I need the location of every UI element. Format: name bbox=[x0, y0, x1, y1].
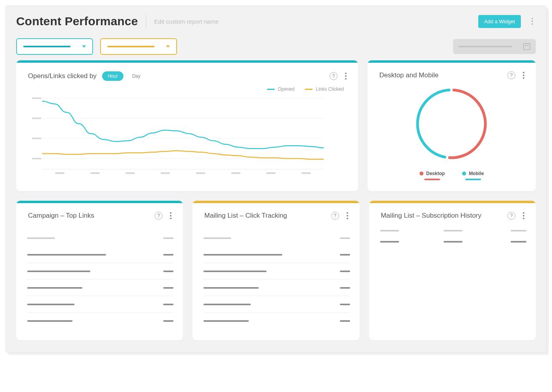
table-header-row bbox=[27, 230, 173, 246]
toggle-day[interactable]: Day bbox=[127, 71, 146, 81]
widget-opens-links: Opens/Links clicked by Hour Day ? Opened… bbox=[16, 60, 358, 191]
widget-title: Opens/Links clicked by bbox=[28, 72, 97, 80]
table-row[interactable] bbox=[380, 241, 526, 243]
legend-swatch bbox=[305, 89, 313, 90]
widget-title: Mailing List – Subscription History bbox=[381, 212, 481, 220]
page-header: Content Performance Edit custom report n… bbox=[16, 15, 536, 28]
toggle-hour[interactable]: Hour bbox=[102, 71, 123, 81]
click-tracking-list bbox=[192, 223, 359, 340]
svg-rect-13 bbox=[231, 172, 241, 174]
table-row[interactable] bbox=[27, 313, 173, 329]
page-title: Content Performance bbox=[16, 15, 138, 28]
filter-value-placeholder bbox=[107, 46, 155, 47]
report-frame: Content Performance Edit custom report n… bbox=[6, 6, 546, 353]
table-row[interactable] bbox=[27, 246, 173, 263]
svg-rect-11 bbox=[160, 172, 170, 174]
line-chart-legend: Opened Links Clicked bbox=[16, 84, 358, 93]
widget-more-menu[interactable] bbox=[168, 212, 173, 219]
table-row[interactable] bbox=[203, 296, 350, 313]
svg-rect-14 bbox=[266, 172, 276, 174]
help-icon[interactable]: ? bbox=[331, 212, 339, 220]
widget-subscription-history: Mailing List – Subscription History ? bbox=[369, 201, 536, 340]
legend-links-clicked: Links Clicked bbox=[305, 86, 344, 92]
help-icon[interactable]: ? bbox=[507, 212, 515, 220]
svg-rect-8 bbox=[55, 172, 65, 174]
table-row[interactable] bbox=[203, 246, 350, 263]
table-row[interactable] bbox=[27, 296, 173, 313]
svg-rect-10 bbox=[125, 172, 135, 174]
page-more-menu[interactable] bbox=[529, 16, 536, 27]
filter-value-placeholder bbox=[23, 46, 71, 47]
table-row[interactable] bbox=[203, 280, 350, 296]
top-links-list bbox=[16, 223, 183, 340]
legend-opened: Opened bbox=[267, 86, 295, 92]
chevron-down-icon bbox=[82, 45, 86, 48]
widget-more-menu[interactable] bbox=[345, 212, 350, 219]
table-row[interactable] bbox=[203, 313, 350, 329]
legend-underline bbox=[465, 179, 481, 180]
legend-mobile: Mobile bbox=[462, 171, 484, 180]
widget-more-menu[interactable] bbox=[521, 72, 526, 79]
filter-dropdown-secondary[interactable] bbox=[100, 38, 177, 55]
table-header-row bbox=[380, 230, 526, 231]
date-value-placeholder bbox=[459, 46, 512, 47]
widget-click-tracking: Mailing List – Click Tracking ? bbox=[192, 201, 359, 340]
widget-title: Desktop and Mobile bbox=[379, 71, 438, 79]
filters-row bbox=[16, 38, 536, 55]
svg-rect-12 bbox=[196, 172, 205, 174]
subscription-history-table bbox=[369, 223, 536, 263]
table-row[interactable] bbox=[27, 263, 173, 280]
legend-dot bbox=[420, 172, 423, 175]
opens-links-line-chart bbox=[28, 94, 328, 181]
svg-rect-9 bbox=[90, 172, 100, 174]
granularity-toggle: Hour Day bbox=[102, 71, 146, 81]
header-divider bbox=[146, 15, 146, 28]
widget-desktop-mobile: Desktop and Mobile ? Desktop Mobile bbox=[367, 60, 536, 191]
help-icon[interactable]: ? bbox=[155, 212, 162, 220]
legend-dot bbox=[462, 172, 466, 175]
donut-legend: Desktop Mobile bbox=[420, 171, 484, 180]
help-icon[interactable]: ? bbox=[507, 71, 515, 79]
svg-rect-15 bbox=[301, 172, 311, 174]
widget-more-menu[interactable] bbox=[521, 212, 526, 219]
legend-swatch bbox=[267, 89, 275, 90]
report-name-editor[interactable]: Edit custom report name bbox=[154, 18, 218, 25]
desktop-mobile-donut-chart bbox=[410, 82, 493, 165]
widget-title: Campaign – Top Links bbox=[28, 212, 94, 220]
calendar-icon bbox=[523, 43, 530, 50]
widget-top-links: Campaign – Top Links ? bbox=[16, 201, 183, 340]
widget-title: Mailing List – Click Tracking bbox=[204, 212, 287, 220]
help-icon[interactable]: ? bbox=[330, 72, 338, 80]
table-row[interactable] bbox=[27, 280, 173, 296]
date-range-picker[interactable] bbox=[453, 39, 536, 54]
filter-dropdown-primary[interactable] bbox=[16, 38, 93, 55]
legend-desktop: Desktop bbox=[420, 171, 445, 180]
table-row[interactable] bbox=[203, 263, 350, 280]
widget-more-menu[interactable] bbox=[343, 73, 349, 80]
legend-underline bbox=[424, 179, 440, 180]
table-header-row bbox=[203, 230, 350, 246]
chevron-down-icon bbox=[166, 45, 170, 48]
add-widget-button[interactable]: Add a Widget bbox=[478, 15, 521, 28]
